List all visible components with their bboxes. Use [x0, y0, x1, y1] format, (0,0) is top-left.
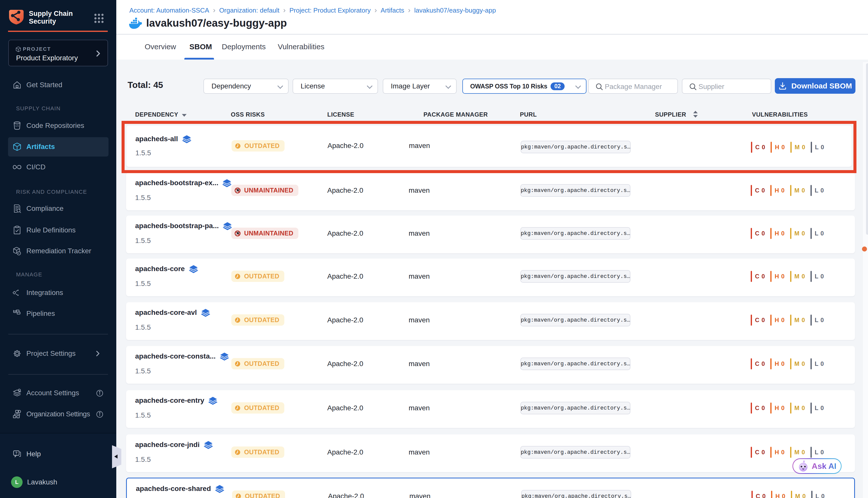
svg-text:</>: </>: [15, 124, 19, 127]
svg-text:?: ?: [15, 451, 17, 455]
